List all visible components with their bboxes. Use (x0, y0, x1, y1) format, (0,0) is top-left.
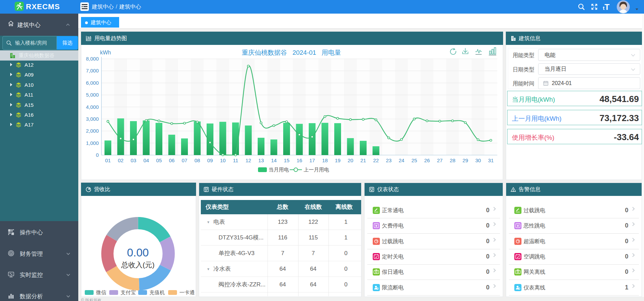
svg-text:一卡通: 一卡通 (179, 289, 195, 295)
svg-text:0.00: 0.00 (127, 246, 149, 259)
svg-text:总收入(元): 总收入(元) (121, 261, 155, 269)
svg-text:25: 25 (412, 157, 417, 163)
svg-text:09: 09 (207, 157, 213, 163)
svg-text:14: 14 (271, 157, 277, 163)
svg-text:12: 12 (245, 157, 251, 163)
svg-text:24: 24 (399, 157, 404, 163)
svg-text:01: 01 (105, 157, 111, 163)
svg-text:21: 21 (360, 157, 366, 163)
svg-text:kWh: kWh (100, 50, 111, 55)
svg-text:19: 19 (335, 157, 341, 163)
svg-text:3,000: 3,000 (86, 116, 99, 122)
svg-text:04: 04 (143, 157, 149, 163)
svg-text:10: 10 (220, 157, 226, 163)
svg-text:27: 27 (437, 157, 443, 163)
svg-text:02: 02 (118, 157, 124, 163)
svg-text:26: 26 (424, 157, 430, 163)
svg-text:20: 20 (348, 157, 353, 163)
svg-text:2,000: 2,000 (86, 128, 99, 134)
svg-text:上一月用电: 上一月用电 (304, 167, 329, 172)
svg-text:13: 13 (258, 157, 264, 163)
svg-text:06: 06 (169, 157, 175, 163)
svg-text:4,000: 4,000 (86, 104, 99, 110)
svg-text:17: 17 (309, 157, 315, 163)
svg-text:23: 23 (386, 157, 392, 163)
svg-text:22: 22 (373, 157, 379, 163)
svg-text:07: 07 (182, 157, 188, 163)
svg-text:28: 28 (450, 157, 455, 163)
svg-text:08: 08 (194, 157, 200, 163)
svg-text:31: 31 (488, 157, 494, 163)
svg-text:充值机: 充值机 (149, 289, 165, 295)
svg-text:18: 18 (322, 157, 328, 163)
svg-text:8,000: 8,000 (86, 56, 99, 62)
svg-text:29: 29 (463, 157, 468, 163)
svg-text:5,000: 5,000 (86, 92, 99, 98)
svg-text:重庆仙桃数据谷 2024-01 用电量: 重庆仙桃数据谷 2024-01 用电量 (242, 49, 341, 56)
svg-text:05: 05 (156, 157, 162, 163)
svg-text:30: 30 (475, 157, 481, 163)
svg-text:微信: 微信 (96, 289, 106, 295)
svg-text:7,000: 7,000 (86, 68, 99, 73)
svg-text:15: 15 (284, 157, 290, 163)
svg-text:6,000: 6,000 (86, 80, 99, 86)
svg-text:16: 16 (296, 157, 302, 163)
svg-text:03: 03 (131, 157, 136, 163)
svg-text:0: 0 (96, 152, 99, 158)
svg-text:11: 11 (233, 157, 238, 163)
svg-text:支付宝: 支付宝 (120, 289, 136, 295)
svg-text:当月用电: 当月用电 (269, 167, 289, 172)
svg-text:1,000: 1,000 (86, 140, 99, 146)
